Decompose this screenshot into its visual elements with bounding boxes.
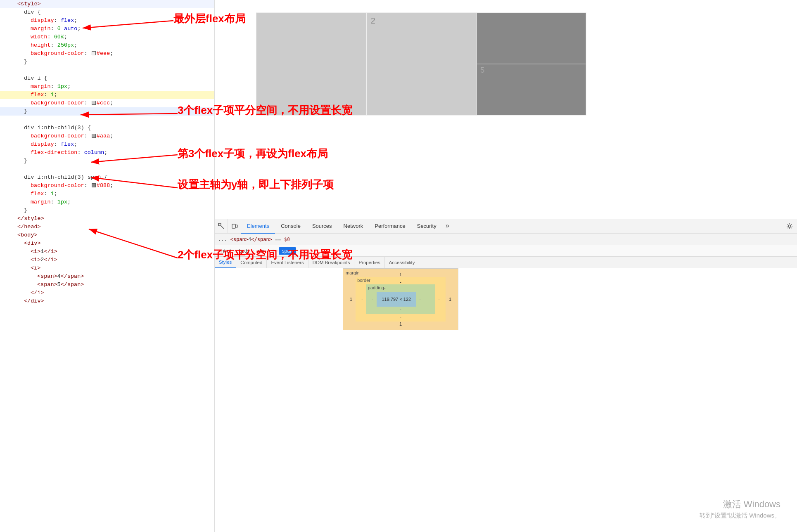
box-padding: padding- - - 119.797 × 122 - -: [366, 284, 435, 314]
box-border-row: - padding- - - 119.797 × 122 -: [358, 284, 443, 314]
code-content: div i {: [17, 74, 47, 83]
preview-label-5: 5: [480, 66, 484, 75]
code-line: background-color: #aaa;: [0, 132, 214, 140]
svg-point-3: [788, 225, 791, 227]
box-padding-left: -: [369, 297, 377, 302]
code-line: <i>: [0, 264, 214, 272]
windows-activation-watermark: 激活 Windows 转到"设置"以激活 Windows。: [700, 498, 780, 520]
code-line: <style>: [0, 0, 214, 8]
devtools-settings-icon[interactable]: [782, 219, 797, 234]
tab-elements[interactable]: Elements: [241, 219, 275, 234]
box-margin: margin 1 1 border - - padding- -: [343, 269, 458, 330]
annotation-flex-2children: 2个flex子项平分空间，不用设置长宽: [178, 248, 352, 262]
tab-console[interactable]: Console: [275, 219, 306, 234]
code-content: margin: 0 auto;: [17, 25, 81, 33]
code-content: </style>: [17, 215, 44, 223]
more-tabs-button[interactable]: »: [442, 219, 453, 234]
box-padding-right: -: [416, 297, 424, 302]
code-line: </head>: [0, 223, 214, 231]
code-content: background-color: #aaa;: [17, 132, 113, 140]
box-padding-inner: padding- - - 119.797 × 122 - -: [366, 284, 435, 314]
breadcrumb-text: <span>4</span> == $0: [230, 236, 290, 242]
code-line: </div>: [0, 297, 214, 305]
code-content: }: [17, 58, 27, 66]
box-border-inner: border - - padding- - - 119.797 × 122: [356, 277, 446, 322]
code-line: [0, 66, 214, 74]
tab-sources[interactable]: Sources: [306, 219, 338, 234]
code-line: height: 250px;: [0, 41, 214, 50]
box-padding-label: padding-: [368, 285, 386, 290]
code-line: <span>5</span>: [0, 281, 214, 289]
code-content: <i>2</i>: [17, 256, 57, 264]
box-margin-label: margin: [346, 270, 360, 275]
code-line: div i:nth-child(3) {: [0, 124, 214, 132]
code-content: }: [17, 157, 27, 165]
code-content: flex: 1;: [17, 190, 57, 198]
tab-network[interactable]: Network: [338, 219, 369, 234]
code-content: <i>: [17, 264, 40, 272]
code-content: display: flex;: [17, 140, 77, 149]
code-content: <span>4</span>: [17, 272, 84, 281]
code-content: display: flex;: [17, 17, 77, 25]
code-panel: <style> div { display: flex; margin: 0 a…: [0, 0, 215, 532]
box-border-bottom: -: [358, 314, 443, 319]
box-model-panel: margin 1 1 border - - padding- -: [343, 268, 458, 330]
code-line: [0, 165, 214, 173]
code-content: </div>: [17, 297, 44, 305]
code-content: background-color: #eee;: [17, 50, 113, 58]
preview-label-2: 2: [371, 16, 375, 26]
code-line: }: [0, 58, 214, 66]
annotation-flex-axis: 设置主轴为y轴，即上下排列子项: [178, 177, 334, 192]
code-content: div i:nth-child(3) {: [17, 124, 91, 132]
code-content: background-color: #888;: [17, 182, 113, 190]
box-border-label: border: [357, 278, 370, 283]
tab-performance[interactable]: Performance: [369, 219, 411, 234]
code-line-highlighted: flex: 1;: [0, 91, 214, 99]
code-line: <body>: [0, 231, 214, 239]
annotation-flex-third: 第3个flex子项，再设为flex布局: [178, 147, 328, 161]
box-margin-left: 1: [346, 297, 356, 302]
inspect-element-icon[interactable]: [215, 219, 228, 234]
watermark-line2: 转到"设置"以激活 Windows。: [700, 511, 780, 520]
styles-tab-properties[interactable]: Properties: [354, 257, 384, 268]
annotation-flex-children: 3个flex子项平分空间，不用设置长宽: [178, 103, 352, 118]
code-content: background-color: #ccc;: [17, 99, 113, 107]
code-content: <i>1</i>: [17, 248, 57, 256]
code-content: margin: 1px;: [17, 198, 71, 206]
code-content: flex-direction: column;: [17, 149, 107, 157]
device-toolbar-icon[interactable]: [228, 219, 241, 234]
code-content: }: [17, 107, 27, 116]
breadcrumb-dots: ...: [218, 236, 227, 242]
box-margin-row: 1 border - - padding- -: [346, 277, 455, 322]
code-line: margin: 1px;: [0, 198, 214, 206]
box-border-val: -: [358, 279, 443, 284]
code-content: <body>: [17, 231, 38, 239]
code-content: <div>: [17, 239, 41, 248]
code-line: margin: 0 auto;: [0, 25, 214, 33]
code-content: <style>: [17, 0, 41, 8]
code-content: width: 60%;: [17, 33, 67, 41]
box-padding-row: - 119.797 × 122 -: [369, 292, 432, 307]
box-margin-right: 1: [446, 297, 455, 302]
box-padding-bottom: -: [369, 307, 432, 312]
box-margin-bottom: 1: [346, 322, 455, 326]
code-line: }: [0, 206, 214, 215]
code-content: height: 250px;: [17, 41, 77, 50]
styles-tab-accessibility[interactable]: Accessibility: [385, 257, 420, 268]
devtools-toolbar: Elements Console Sources Network Perform…: [215, 219, 797, 234]
code-content: [17, 116, 21, 124]
code-line: </i>: [0, 289, 214, 297]
code-line: div i {: [0, 74, 214, 83]
code-content: [17, 66, 21, 74]
code-content: </i>: [17, 289, 44, 297]
breadcrumb-bar: ... <span>4</span> == $0: [215, 234, 797, 245]
code-content: [17, 165, 21, 173]
tab-security[interactable]: Security: [411, 219, 442, 234]
code-line: <span>4</span>: [0, 272, 214, 281]
annotation-flex-outer: 最外层flex布局: [173, 12, 246, 26]
code-content: </head>: [17, 223, 41, 231]
code-line: </style>: [0, 215, 214, 223]
code-line: background-color: #eee;: [0, 50, 214, 58]
code-line: margin: 1px;: [0, 83, 214, 91]
svg-rect-2: [236, 225, 237, 227]
